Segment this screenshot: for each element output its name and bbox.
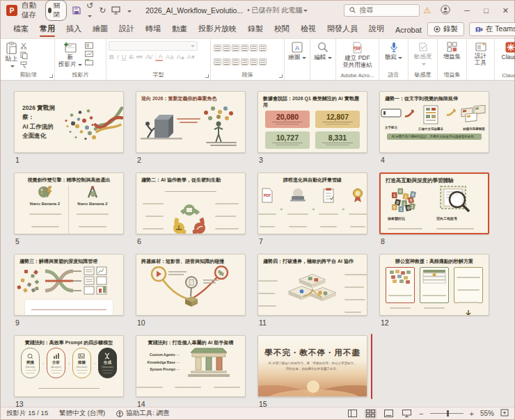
- tab-開發人員[interactable]: 開發人員: [322, 20, 363, 38]
- slide-thumbnail-7[interactable]: 課程進化與自動化評量管線 PDF: [258, 172, 367, 234]
- account-icon[interactable]: [441, 5, 450, 16]
- hero-ribbon-graphic: [59, 92, 123, 153]
- isometric-graphic: [283, 273, 338, 309]
- designer-button[interactable]: 設計工具: [473, 41, 488, 67]
- slide-thumbnail-3[interactable]: 數據會說話：2026 Q1 最受關注的 AI 實戰應用 20,080 12,80…: [258, 91, 367, 153]
- cut-icon[interactable]: [20, 42, 28, 49]
- create-pdf-button[interactable]: PDF 建立 PDF並共用連結: [341, 41, 374, 70]
- slide-thumbnail-14[interactable]: 實踐法則：打造個人專屬的 AI 助手架構 Custom Agents —Know…: [136, 335, 246, 397]
- zoom-out-button[interactable]: −: [419, 410, 423, 418]
- record-button[interactable]: 錄製: [427, 22, 464, 36]
- paragraph-dialog-launcher[interactable]: [279, 74, 283, 78]
- zoom-level[interactable]: 55%: [480, 410, 494, 417]
- slide-thumbnail-12[interactable]: 辦公室神救援：高頻痛點的秒解方案: [379, 254, 489, 316]
- clipboard-group: 貼上 剪貼簿: [2, 39, 55, 80]
- zoom-in-button[interactable]: +: [470, 410, 474, 418]
- slide-number-1: 1: [15, 156, 124, 164]
- slide-cell-14: 實踐法則：打造個人專屬的 AI 助手架構 Custom Agents —Know…: [136, 335, 246, 407]
- warning-icon[interactable]: ⚠: [424, 6, 431, 15]
- align-buttons[interactable]: [213, 56, 267, 68]
- zoom-slider[interactable]: [430, 413, 464, 414]
- slide-number-9: 9: [15, 318, 124, 327]
- sensitivity-icon: [418, 42, 428, 52]
- clipboard-dialog-launcher[interactable]: [49, 74, 53, 78]
- tab-說明[interactable]: 說明: [363, 20, 390, 38]
- paste-button[interactable]: 貼上: [4, 41, 19, 69]
- slide-number-14: 14: [137, 400, 246, 407]
- tab-設計[interactable]: 設計: [113, 20, 140, 38]
- section-icon[interactable]: [85, 59, 93, 65]
- normal-view-button[interactable]: [347, 409, 358, 419]
- slide-sorter-canvas[interactable]: 2026 實戰洞察：AI 工作流的全面進化 1迎向 2026：重新定義你的專案角…: [1, 81, 514, 407]
- slide-thumbnail-11[interactable]: 趨勢四：打破邊界，極致的跨平台 AI 協作: [258, 254, 367, 316]
- format-painter-icon[interactable]: [20, 61, 28, 69]
- start-slideshow-icon[interactable]: [111, 6, 120, 15]
- pdf-icon: PDF: [352, 42, 363, 54]
- present-in-teams-button[interactable]: 在 Teams 中展示: [469, 22, 515, 36]
- font-style-buttons[interactable]: BIUSabAVAAaA▴A▾: [109, 51, 196, 61]
- slide-thumbnail-5[interactable]: 視覺創作雙引擎：精準控制與高效產出 Nano Banana 2 Nano Ban…: [14, 172, 124, 234]
- minimize-button[interactable]: ─: [464, 6, 470, 15]
- slide-thumbnail-1[interactable]: 2026 實戰洞察：AI 工作流的全面進化: [14, 91, 124, 153]
- adobe-group: PDF 建立 PDF並共用連結 Adobe Acro...: [336, 39, 379, 80]
- tab-插入[interactable]: 插入: [61, 20, 87, 38]
- claude-button[interactable]: Claude: [500, 41, 515, 62]
- tab-Acrobat[interactable]: Acrobat: [390, 22, 427, 38]
- customize-quick-access-icon[interactable]: [126, 6, 132, 16]
- autosave-control[interactable]: 自動儲存 關閉: [22, 0, 67, 21]
- layout-icon[interactable]: [85, 42, 93, 49]
- slide-thumbnail-10[interactable]: 跨越媒材：短影音、語音與知識的碰撞: [136, 254, 246, 316]
- dictate-button[interactable]: 聽寫: [383, 41, 404, 62]
- clipboard-icon: [6, 42, 17, 54]
- document-title[interactable]: 2026_AI_Workflow_Evolutio...: [145, 6, 243, 15]
- undo-icon[interactable]: ↺: [86, 1, 93, 20]
- zoom-slider-thumb[interactable]: [447, 410, 449, 417]
- tab-轉場[interactable]: 轉場: [140, 20, 166, 38]
- slideshow-view-button[interactable]: [401, 409, 413, 419]
- maximize-button[interactable]: □: [484, 6, 489, 15]
- slide-thumbnail-13[interactable]: 實踐法則：高效率 Prompt 的四步驟模型 辨識 (Identify) › 分…: [14, 335, 124, 397]
- svg-text:1: 1: [400, 207, 403, 211]
- tab-檢視[interactable]: 檢視: [295, 20, 322, 38]
- tab-檔案[interactable]: 檔案: [8, 20, 34, 38]
- tab-動畫[interactable]: 動畫: [166, 20, 193, 38]
- slide-cell-1: 2026 實戰洞察：AI 工作流的全面進化 1: [14, 91, 124, 172]
- sensitivity-button[interactable]: 敏感度: [411, 41, 435, 68]
- slide-number-4: 4: [381, 156, 489, 164]
- redo-icon[interactable]: ↻: [99, 6, 106, 15]
- slide-thumbnail-15[interactable]: 學不完・教不停・用不盡 AI 浪潮下最核心的競爭力，是「學會如何學」的自主學習能…: [258, 335, 367, 397]
- slide-thumbnail-4[interactable]: 趨勢一：從文字到視覺的無限延伸 文字提示 正確中文渲染圖表 結構化視覺簡報 AI…: [379, 91, 489, 153]
- tab-繪圖[interactable]: 繪圖: [87, 20, 113, 38]
- editing-button[interactable]: 編輯: [313, 41, 333, 62]
- addins-button[interactable]: 增益集: [442, 41, 463, 61]
- slide-thumbnail-6[interactable]: 趨勢二：AI 協作教學，從生硬到生動: [136, 172, 246, 234]
- fit-to-window-icon[interactable]: [500, 409, 509, 418]
- slide-sorter-view-button[interactable]: [365, 409, 377, 419]
- slide-thumbnail-9[interactable]: 趨勢三：解構與重塑的深度知識管理: [14, 254, 124, 316]
- reading-view-button[interactable]: [383, 409, 395, 419]
- close-button[interactable]: ✕: [502, 6, 509, 15]
- designer-group: 設計工具: [467, 39, 495, 80]
- saved-status[interactable]: • 已儲存到 此電腦: [247, 6, 308, 15]
- font-name-select[interactable]: [109, 41, 198, 51]
- slide-thumbnail-2[interactable]: 迎向 2026：重新定義你的專案角色: [136, 91, 246, 153]
- save-icon[interactable]: [72, 6, 81, 15]
- tab-錄製[interactable]: 錄製: [242, 20, 269, 38]
- language-status[interactable]: 繁體中文 (台灣): [59, 409, 105, 418]
- copy-icon[interactable]: [20, 51, 28, 59]
- slide-cell-6: 趨勢二：AI 協作教學，從生硬到生動 6: [136, 172, 246, 254]
- new-slide-button[interactable]: 新投影片: [57, 41, 84, 69]
- accessibility-status[interactable]: 協助工具: 調查: [116, 409, 169, 418]
- reset-icon[interactable]: [85, 51, 93, 57]
- slide-counter: 投影片 15 / 15: [6, 409, 48, 418]
- tab-投影片放映[interactable]: 投影片放映: [193, 20, 242, 38]
- autosave-state: 關閉: [54, 1, 62, 19]
- autosave-toggle[interactable]: 關閉: [45, 0, 67, 21]
- font-dialog-launcher[interactable]: [205, 74, 209, 78]
- search-input[interactable]: 搜尋: [344, 4, 419, 17]
- drawing-button[interactable]: A 繪圖: [287, 41, 308, 62]
- slide-thumbnail-8[interactable]: 打造高互動與深度的學習體驗 10101001010 抽象變好玩 逆向工程思考: [379, 172, 489, 234]
- tab-常用[interactable]: 常用: [34, 20, 61, 38]
- list-buttons[interactable]: [213, 42, 267, 54]
- tab-校閱[interactable]: 校閱: [269, 20, 295, 38]
